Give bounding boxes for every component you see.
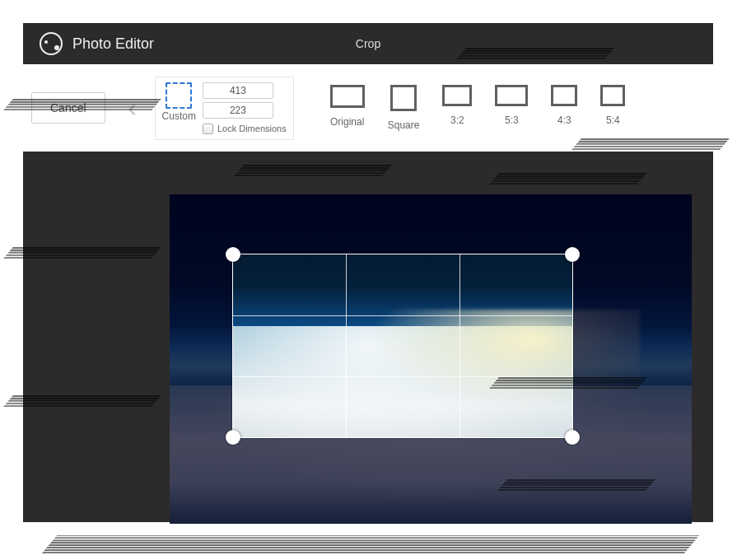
app-logo-icon <box>40 32 63 55</box>
preset-3-2-icon <box>442 85 472 106</box>
preset-5-3[interactable]: 5:3 <box>495 85 528 131</box>
workspace <box>23 152 713 522</box>
mode-title: Crop <box>356 37 380 50</box>
preset-4-3-icon <box>551 85 577 106</box>
decorative-brush-stroke <box>497 479 655 491</box>
crop-handle-top-right[interactable] <box>565 247 580 262</box>
decorative-brush-stroke <box>234 165 392 176</box>
header-bar: Photo Editor Crop <box>23 23 713 64</box>
crop-handle-top-left[interactable] <box>226 247 240 262</box>
lock-dimensions-label: Lock Dimensions <box>217 124 287 133</box>
crop-grid-line <box>233 315 572 316</box>
preset-square-icon <box>390 85 417 111</box>
image-canvas[interactable] <box>170 194 692 524</box>
decorative-brush-stroke <box>489 377 647 389</box>
crop-selection-frame[interactable] <box>232 254 573 438</box>
crop-height-input[interactable] <box>203 102 273 119</box>
decorative-brush-stroke <box>456 48 614 59</box>
preset-5-4-icon <box>600 85 625 106</box>
preset-label: 4:3 <box>557 114 571 126</box>
preset-label: 5:3 <box>505 114 519 126</box>
crop-grid-line <box>459 254 460 437</box>
decorative-brush-stroke <box>571 138 730 150</box>
crop-width-input[interactable] <box>203 82 273 99</box>
editor-window: Photo Editor Crop Cancel ‹ Custom Lock D… <box>23 23 713 522</box>
app-title: Photo Editor <box>72 35 154 53</box>
preset-label: Original <box>330 116 364 128</box>
decorative-brush-stroke <box>489 173 647 184</box>
decorative-brush-stroke <box>3 395 161 407</box>
crop-handle-bottom-left[interactable] <box>226 430 240 445</box>
crop-handle-bottom-right[interactable] <box>565 430 580 445</box>
decorative-brush-stroke <box>42 535 699 553</box>
preset-label: 5:4 <box>606 114 620 126</box>
custom-crop-label: Custom <box>162 110 196 122</box>
custom-crop-icon[interactable] <box>166 82 192 109</box>
preset-label: 3:2 <box>450 114 464 126</box>
custom-crop-panel: Custom Lock Dimensions <box>155 77 294 140</box>
preset-4-3[interactable]: 4:3 <box>551 85 577 131</box>
preset-label: Square <box>388 119 420 131</box>
decorative-brush-stroke <box>3 99 161 110</box>
preset-5-4[interactable]: 5:4 <box>600 85 625 131</box>
preset-original[interactable]: Original <box>330 85 365 131</box>
lock-dimensions-checkbox[interactable] <box>203 124 213 134</box>
preset-original-icon <box>330 85 365 108</box>
preset-square[interactable]: Square <box>388 85 420 131</box>
crop-grid-line <box>346 254 347 437</box>
crop-presets: Original Square 3:2 5:3 4:3 5:4 <box>330 85 626 131</box>
decorative-brush-stroke <box>3 247 161 259</box>
preset-3-2[interactable]: 3:2 <box>442 85 472 131</box>
preset-5-3-icon <box>495 85 528 106</box>
